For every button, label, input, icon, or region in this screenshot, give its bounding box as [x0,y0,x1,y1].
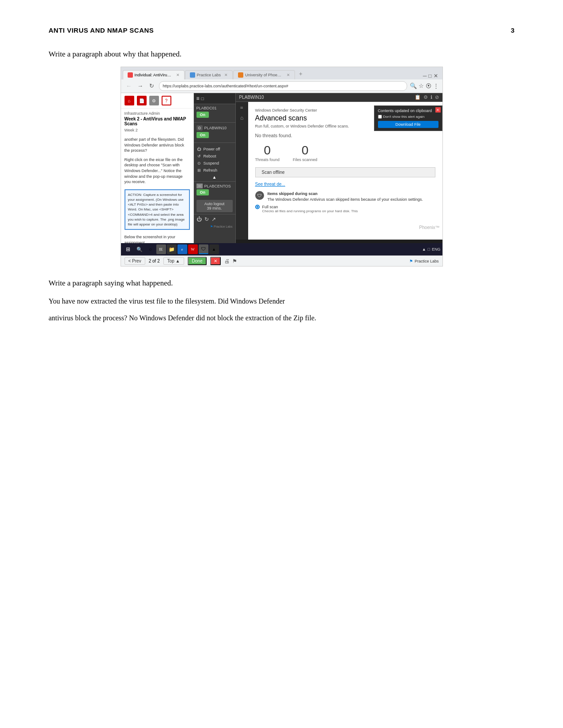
sidebar-icon-doc[interactable]: 📄 [137,96,147,105]
paragraph2-heading: Write a paragraph saying what happened. [49,279,514,288]
taskbar-search[interactable]: 🔍 [134,245,145,254]
machine-on-centos[interactable]: On [196,189,209,195]
full-scan-row: Full scan [255,202,435,209]
sidebar-bottom-text: Below the screenshot in your assignment [121,233,193,243]
url-bar[interactable]: https://uoplabs.practice-labs.com/authen… [159,81,407,91]
taskbar-app-7[interactable]: ▲ [209,244,219,254]
reboot-icon: ↺ [196,154,202,159]
centos-icon: ↔ [196,184,203,188]
bookmark-icon[interactable]: ☆ [419,83,424,90]
menu-icon[interactable]: ⋮ [433,83,439,90]
divider-2 [194,143,235,143]
files-stat: 0 Files scanned [293,143,317,162]
defender-nav-home[interactable]: ⌂ [240,115,243,121]
browser-content: ⌂ 📄 ⚙ ? Infrastructure Admin Week 2 - An… [121,93,442,243]
clipboard-icon[interactable]: 📋 [415,94,421,100]
taskbar-app-3[interactable]: 📁 [167,244,177,254]
machine-on-dc01[interactable]: On [196,112,209,118]
browser-tab-2[interactable]: Practice Labs ✕ [185,70,233,79]
settings-icon[interactable]: ⚙ [423,94,428,100]
taskbar-app-1[interactable]: ○ [146,244,155,254]
items-skipped-desc: The Windows Defender Antivirus scan skip… [268,197,423,202]
clipboard-close-button[interactable]: ✕ [435,107,441,113]
dont-show-checkbox[interactable] [378,115,382,119]
lab-sidebar: ⌂ 📄 ⚙ ? Infrastructure Admin Week 2 - An… [121,93,194,243]
reload-button[interactable]: ↻ [147,82,156,90]
hamburger-icon[interactable]: ≡ [196,95,200,101]
prev-button[interactable]: < Prev [125,257,145,265]
sidebar-body-text: another part of the filesystem. Did Wind… [121,135,193,155]
plabcentos-section: ↔ PLABCENTOS On [194,181,235,198]
threat-details-link[interactable]: See threat de... [255,182,435,187]
back-button[interactable]: ← [125,82,133,90]
search-icon[interactable]: 🔍 [410,83,417,90]
power-bottom-icon[interactable]: ⏻ [196,216,202,222]
done-button[interactable]: Done [188,257,207,265]
print-icon[interactable]: 🖨 [224,258,230,264]
start-button[interactable]: ⊞ [123,245,133,254]
browser-tab-3[interactable]: University of Phoenix: Demonstr... ✕ [233,70,295,79]
close-footer-button[interactable]: ✕ [210,257,221,265]
machine-bottom-icons: ⏻ ↻ ↗ [194,214,235,224]
minimize-button[interactable]: ─ [423,73,427,79]
files-count: 0 [293,143,317,158]
threats-count: 0 [255,143,280,158]
files-label: Files scanned [293,158,317,162]
tab-close-1[interactable]: ✕ [176,73,180,77]
clipboard-checkbox[interactable]: Don't show this alert again [378,115,438,119]
no-icon[interactable]: ⊘ [435,94,439,100]
taskbar-apps: ○ IE 📁 e W 🛡 ▲ [146,244,421,254]
document-title: ANTI VIRUS AND NMAP SCANS [49,26,154,34]
fullscreen-icon[interactable]: ↗ [212,216,216,222]
close-window-button[interactable]: ✕ [434,73,438,79]
flag-icon[interactable]: ⚑ [232,258,237,264]
download-file-button[interactable]: Download File [378,121,438,128]
action-refresh[interactable]: ⊞ Refresh [196,167,233,174]
machine-on-win10[interactable]: On [196,132,209,138]
sidebar-icon-settings[interactable]: ⚙ [149,96,159,105]
defender-no-threats: No threats found. [255,133,435,138]
maximize-button[interactable]: □ [428,73,431,79]
page-info: 2 of 2 [149,259,160,263]
tab-favicon-3 [238,72,243,78]
suspend-label: Suspend [204,161,219,165]
tab-close-2[interactable]: ✕ [224,73,228,77]
sidebar-admin-label: Infrastructure Admin [121,109,193,116]
top-button[interactable]: Top ▲ [163,257,184,265]
items-skipped-text: Items skipped during scan The Windows De… [268,191,423,202]
taskbar-app-5[interactable]: W [188,244,198,254]
full-scan-label: Full scan [262,205,278,209]
defender-nav-menu[interactable]: ≡ [240,105,243,111]
sync-bottom-icon[interactable]: ↻ [204,216,209,222]
info-icon[interactable]: ℹ [431,94,432,100]
pl-footer-icon: ⚑ [409,259,413,263]
forward-button[interactable]: → [136,82,145,90]
tab-label-3: University of Phoenix: Demonstr... [245,73,283,77]
taskbar-app-2[interactable]: IE [156,244,166,254]
action-reboot[interactable]: ↺ Reboot [196,153,233,160]
new-tab-button[interactable]: + [295,69,306,79]
scan-offline-button[interactable]: Scan offline [255,167,435,177]
paragraph3-line2: antivirus block the process? No Windows … [49,312,514,324]
full-scan-radio[interactable] [255,205,260,209]
browser-tab-1[interactable]: Individual: AntiVirus and NMA... ✕ [123,70,185,79]
action-suspend[interactable]: ⊙ Suspend [196,160,233,167]
sidebar-icon-help[interactable]: ? [162,96,171,105]
taskbar-app-6[interactable]: 🛡 [199,244,208,254]
paragraph3-line1: You have now extracted the virus test fi… [49,296,514,307]
auto-logout: Auto logout39 mins. [196,200,233,212]
action-power-off[interactable]: ⏻ Power off [196,146,233,153]
sidebar-icon-home[interactable]: ⌂ [125,96,134,105]
phoenix-watermark: Phoenix™ [419,225,439,230]
clipboard-title: Contents updated on clipboard [378,109,438,113]
tab-favicon-1 [128,72,133,78]
profile-icon[interactable]: ⦿ [426,83,431,90]
tab-close-3[interactable]: ✕ [287,73,290,77]
taskbar-app-4[interactable]: e [178,244,187,254]
sidebar-instruction: Right click on the eicar file on the des… [121,155,193,187]
url-text: https://uoplabs.practice-labs.com/authen… [163,84,288,88]
defender-panel: PLABWIN10 📋 ⚙ ℹ ⊘ ≡ ⌂ Windows Defender S… [236,93,442,243]
browser-nav: ← → ↻ https://uoplabs.practice-labs.com/… [121,79,442,93]
powered-by-label: ⚑ Practice Labs [194,224,235,229]
divider-1 [194,122,235,123]
